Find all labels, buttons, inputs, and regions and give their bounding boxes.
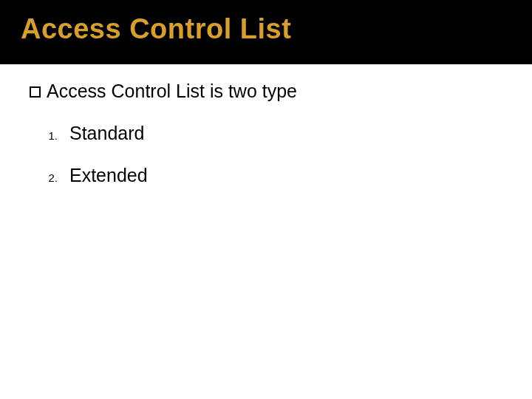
slide-title: Access Control List	[21, 13, 511, 45]
square-bullet-icon	[30, 86, 41, 98]
title-band: Access Control List	[0, 0, 532, 64]
slide-content: Access Control List is two type 1. Stand…	[0, 64, 532, 186]
list-label: Standard	[69, 123, 144, 144]
intro-line: Access Control List is two type	[30, 81, 502, 102]
list-label: Extended	[69, 165, 148, 186]
list-number: 1.	[43, 129, 58, 142]
list-number: 2.	[43, 171, 58, 184]
intro-text: Access Control List is two type	[47, 81, 297, 102]
list-item: 2. Extended	[43, 165, 502, 186]
list-item: 1. Standard	[43, 123, 502, 144]
